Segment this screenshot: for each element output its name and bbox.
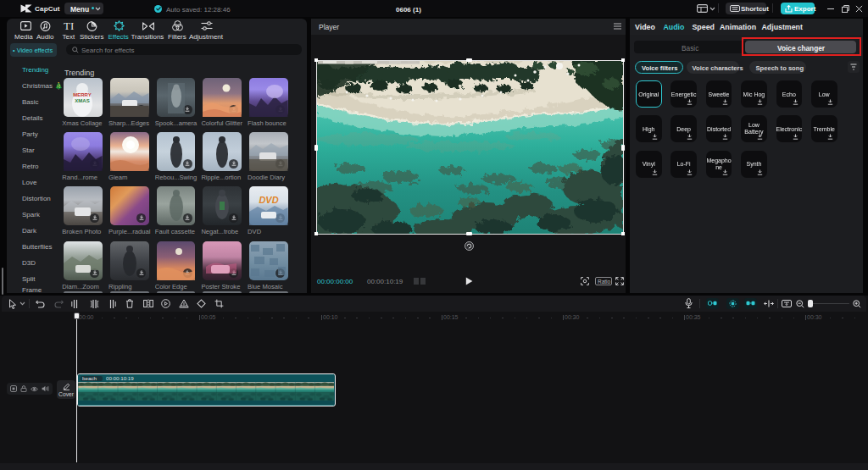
svg-text:MERRY: MERRY [74,92,92,97]
svg-text:XMAS: XMAS [75,98,90,103]
svg-text:DVD: DVD [259,195,278,205]
